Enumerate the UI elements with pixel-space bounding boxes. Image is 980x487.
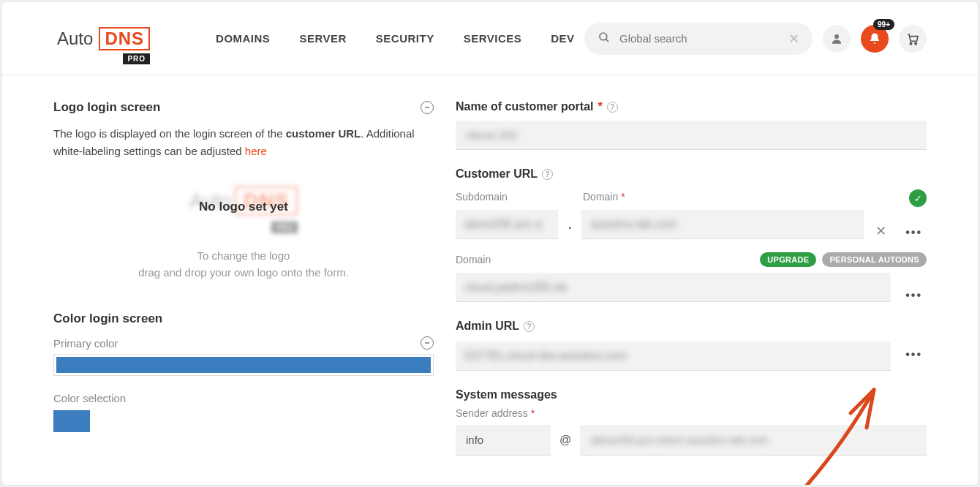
logo-hint: To change the logo drag and drop your ow… xyxy=(53,248,434,281)
content: Logo login screen The logo is displayed … xyxy=(2,75,978,485)
sender-local-input[interactable]: info xyxy=(456,425,551,456)
upgrade-pill[interactable]: UPGRADE xyxy=(760,252,816,267)
admin-url-group: Admin URL ? 537791.cloud-dev.autodns.com… xyxy=(456,320,927,371)
customer-url-group: Customer URL ? Subdomain Domain * ✓ alex… xyxy=(456,167,927,302)
search-clear-icon[interactable]: ✕ xyxy=(788,31,799,47)
global-search[interactable]: ✕ xyxy=(584,23,813,55)
svg-point-2 xyxy=(834,34,839,39)
notifications-button[interactable]: 99+ xyxy=(861,25,889,53)
dot-separator: . xyxy=(565,219,574,239)
nav-dev[interactable]: DEV xyxy=(551,32,574,45)
subdomain-label: Subdomain xyxy=(456,191,558,203)
admin-url-label: Admin URL xyxy=(456,320,519,333)
logo-description: The logo is displayed on the login scree… xyxy=(53,125,434,160)
brand-logo: Auto DNS PRO xyxy=(57,27,150,50)
svg-point-3 xyxy=(910,42,911,44)
domain-label: Domain * xyxy=(583,191,902,203)
system-title: System messages xyxy=(456,388,557,401)
more-icon[interactable]: ••• xyxy=(898,348,927,361)
domain-input[interactable]: autodns-lab.com xyxy=(581,210,864,239)
app-frame: Auto DNS PRO DOMAINS SERVER SECURITY SER… xyxy=(1,1,979,486)
help-icon[interactable]: ? xyxy=(524,321,535,332)
svg-point-0 xyxy=(600,33,607,40)
whitelabel-link[interactable]: here xyxy=(245,145,267,157)
color-selection-label: Color selection xyxy=(53,392,434,404)
nav-security[interactable]: SECURITY xyxy=(376,32,434,45)
help-icon[interactable]: ? xyxy=(607,102,618,113)
svg-point-4 xyxy=(915,42,916,44)
collapse-icon[interactable] xyxy=(421,101,434,114)
svg-line-1 xyxy=(606,39,608,42)
color-section: Color login screen Primary color Color s… xyxy=(53,312,434,432)
primary-color-bar xyxy=(56,357,431,373)
domain2-input[interactable]: cloud.padmo265.de xyxy=(456,273,891,302)
left-column: Logo login screen The logo is displayed … xyxy=(53,100,434,485)
brand-dns: DNS xyxy=(99,27,150,50)
check-icon: ✓ xyxy=(909,189,927,207)
no-logo-text: No logo set yet xyxy=(53,200,434,214)
more-icon[interactable]: ••• xyxy=(898,289,927,302)
at-symbol: @ xyxy=(559,434,571,447)
brand-auto: Auto xyxy=(57,29,93,49)
primary-color-label: Primary color xyxy=(53,337,118,350)
logo-dropzone[interactable]: Auto DNS PRO No logo set yet To change t… xyxy=(53,189,434,281)
sender-label: Sender address xyxy=(456,407,528,419)
subdomain-input[interactable]: alexe265 pro a xyxy=(456,210,558,239)
system-messages-group: System messages Sender address * info @ … xyxy=(456,388,927,456)
nav-server[interactable]: SERVER xyxy=(299,32,346,45)
admin-url-input[interactable]: 537791.cloud-dev.autodns.com xyxy=(456,341,891,371)
cart-button[interactable] xyxy=(899,25,927,53)
domain2-label: Domain xyxy=(456,254,491,265)
required-marker: * xyxy=(598,100,602,113)
search-input[interactable] xyxy=(619,32,788,45)
brand-pro: PRO xyxy=(123,53,150,64)
header: Auto DNS PRO DOMAINS SERVER SECURITY SER… xyxy=(2,2,978,75)
portal-name-label: Name of customer portal xyxy=(456,100,593,113)
portal-name-input[interactable]: Alexei 265 xyxy=(456,121,927,150)
help-icon[interactable]: ? xyxy=(542,169,553,180)
personal-pill: PERSONAL AUTODNS xyxy=(822,252,927,267)
clear-icon[interactable]: ✕ xyxy=(871,223,891,239)
primary-color-row: Primary color xyxy=(53,336,434,350)
portal-name-group: Name of customer portal * ? Alexei 265 xyxy=(456,100,927,150)
color-title: Color login screen xyxy=(53,312,434,326)
domain-head: Domain UPGRADE PERSONAL AUTODNS xyxy=(456,252,927,267)
color-swatch[interactable] xyxy=(53,410,90,432)
customer-url-label: Customer URL xyxy=(456,167,538,181)
search-icon xyxy=(598,31,611,47)
collapse-icon[interactable] xyxy=(421,336,434,350)
main-nav: DOMAINS SERVER SECURITY SERVICES DEV xyxy=(216,32,575,45)
primary-color-input[interactable] xyxy=(53,354,434,376)
nav-services[interactable]: SERVICES xyxy=(464,32,522,45)
logo-section-head: Logo login screen xyxy=(53,100,434,115)
more-icon[interactable]: ••• xyxy=(898,226,927,239)
sender-domain-input[interactable]: alexe265.pro.intern.autodns-lab.com xyxy=(580,425,927,456)
right-column: Name of customer portal * ? Alexei 265 C… xyxy=(456,100,927,485)
user-menu[interactable] xyxy=(823,25,851,53)
notifications-badge: 99+ xyxy=(873,19,894,30)
nav-domains[interactable]: DOMAINS xyxy=(216,32,270,45)
logo-title: Logo login screen xyxy=(53,100,160,115)
